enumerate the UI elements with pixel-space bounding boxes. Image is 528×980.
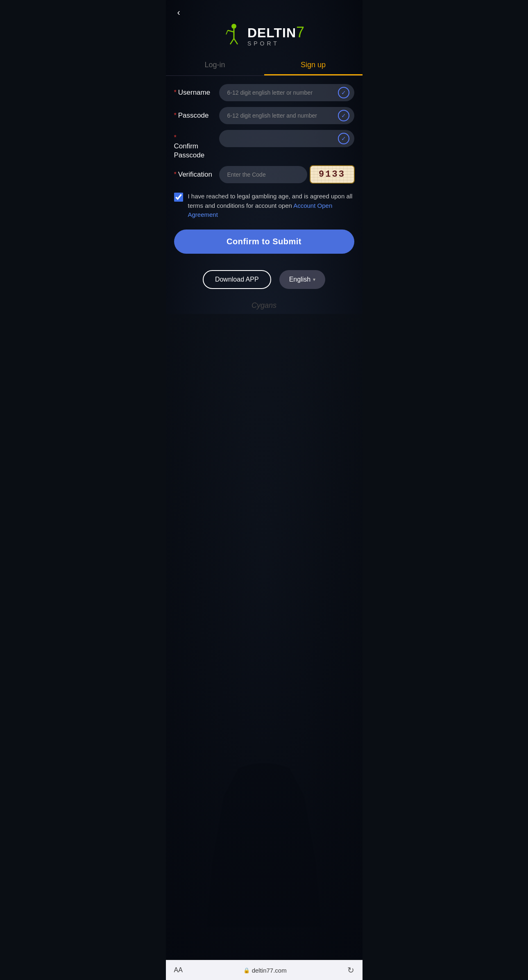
lower-background [166,314,363,960]
passcode-input-wrapper: ✓ [219,107,354,124]
confirm-passcode-label-group: * Confirm Passcode [174,130,215,159]
confirm-passcode-input[interactable] [219,130,354,147]
browser-aa-button[interactable]: AA [174,966,183,974]
verification-row: * Verification 9133 [174,165,354,184]
language-label: English [289,276,310,283]
browser-url-text: deltin77.com [252,967,287,974]
tab-login[interactable]: Log-in [166,56,264,75]
username-check-icon: ✓ [338,87,349,98]
bottom-actions: Download APP English ▾ [166,264,363,301]
svg-line-4 [230,39,234,44]
download-app-button[interactable]: Download APP [203,270,271,289]
username-input-wrapper: ✓ [219,84,354,101]
confirm-passcode-row: * Confirm Passcode ✓ [174,130,354,159]
verification-label: Verification [178,171,212,179]
agreement-checkbox-wrapper[interactable] [174,193,183,203]
browser-url-area: 🔒 deltin77.com [243,967,287,974]
captcha-image[interactable]: 9133 [310,165,355,184]
signup-form: * Username ✓ * Passcode ✓ [166,77,363,190]
submit-section: Confirm to Submit [166,226,363,264]
verification-required-star: * [174,171,177,178]
passcode-label: Passcode [178,111,209,120]
username-row: * Username ✓ [174,84,354,101]
username-label-group: * Username [174,89,215,97]
username-input[interactable] [219,84,354,101]
svg-line-3 [226,30,228,34]
agreement-section: I have reached to legal gambling age, an… [166,190,363,226]
username-label: Username [178,89,210,97]
logo-sport-text: SPORT [247,40,279,47]
submit-button[interactable]: Confirm to Submit [174,230,354,254]
browser-reload-button[interactable]: ↻ [347,965,354,975]
logo-text-block: DELTIN 7 SPORT [247,24,304,47]
lock-icon: 🔒 [243,967,250,973]
agreement-text: I have reached to legal gambling age, an… [188,192,354,220]
confirm-passcode-label-line1: Confirm [174,142,199,150]
logo-container: DELTIN 7 SPORT [224,23,304,48]
svg-line-5 [234,39,238,44]
language-arrow-icon: ▾ [313,277,315,282]
confirm-passcode-input-wrapper: ✓ [219,130,354,147]
agreement-checkbox[interactable] [174,193,183,202]
watermark-text: Cygans [166,301,363,314]
confirm-passcode-check-icon: ✓ [338,133,349,144]
browser-bar: AA 🔒 deltin77.com ↻ [166,960,363,980]
header: ‹ [166,0,363,19]
tab-signup[interactable]: Sign up [264,56,363,75]
verification-input-wrapper: 9133 [219,165,355,184]
passcode-required-star: * [174,112,177,119]
confirm-passcode-label-line2: Passcode [174,151,205,159]
svg-line-2 [228,30,234,32]
logo-area: DELTIN 7 SPORT [166,19,363,56]
verification-input[interactable] [219,166,307,183]
svg-point-0 [231,24,236,29]
passcode-row: * Passcode ✓ [174,107,354,124]
tabs-bar: Log-in Sign up [166,56,363,76]
logo-deltin-text: DELTIN [247,26,296,39]
passcode-input[interactable] [219,107,354,124]
username-required-star: * [174,89,177,96]
confirm-required-star: * [174,134,177,141]
passcode-check-icon: ✓ [338,110,349,121]
verification-label-group: * Verification [174,171,215,179]
language-selector-button[interactable]: English ▾ [279,270,325,289]
back-button[interactable]: ‹ [174,7,184,19]
logo-icon [224,23,244,48]
passcode-label-group: * Passcode [174,111,215,120]
logo-number: 7 [296,24,304,41]
